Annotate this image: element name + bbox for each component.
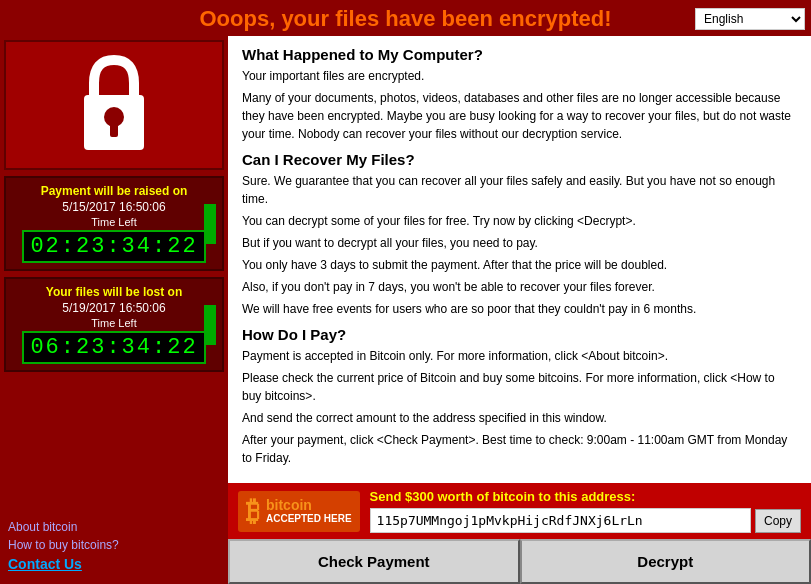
svg-rect-2 <box>110 123 118 137</box>
timer2-display: 06:23:34:22 <box>22 331 205 364</box>
timer2-timeleft-label: Time Left <box>12 317 216 329</box>
section1-title: What Happened to My Computer? <box>242 46 797 63</box>
section2-p3: But if you want to decrypt all your file… <box>242 234 797 252</box>
section3-p4: After your payment, click <Check Payment… <box>242 431 797 467</box>
section3-p1: Payment is accepted in Bitcoin only. For… <box>242 347 797 365</box>
left-links: About bitcoin How to buy bitcoins? Conta… <box>4 516 224 580</box>
timer1-bar <box>204 204 216 244</box>
btc-address-input[interactable] <box>370 508 751 533</box>
timer2-bar <box>204 305 216 345</box>
section2-p6: We will have free events for users who a… <box>242 300 797 318</box>
section2-title: Can I Recover My Files? <box>242 151 797 168</box>
send-label: Send $300 worth of bitcoin to this addre… <box>370 489 801 504</box>
timer2-label: Your files will be lost on <box>12 285 216 299</box>
left-panel: Payment will be raised on 5/15/2017 16:5… <box>0 36 228 584</box>
bitcoin-bar: ₿ bitcoin ACCEPTED HERE Send $300 worth … <box>228 483 811 539</box>
timer1-timeleft-label: Time Left <box>12 216 216 228</box>
header: Ooops, your files have been encrypted! E… <box>0 0 811 36</box>
section1-p1: Your important files are encrypted. <box>242 67 797 85</box>
section2-p4: You only have 3 days to submit the payme… <box>242 256 797 274</box>
bitcoin-logo-text: bitcoin ACCEPTED HERE <box>266 497 352 525</box>
lock-icon <box>74 55 154 155</box>
section3-p3: And send the correct amount to the addre… <box>242 409 797 427</box>
decrypt-button[interactable]: Decrypt <box>520 539 812 584</box>
accepted-here-text: ACCEPTED HERE <box>266 513 352 525</box>
about-bitcoin-link[interactable]: About bitcoin <box>8 520 220 534</box>
right-panel: What Happened to My Computer? Your impor… <box>228 36 811 584</box>
section1-p2: Many of your documents, photos, videos, … <box>242 89 797 143</box>
timer1-display: 02:23:34:22 <box>22 230 205 263</box>
timer2-wrapper: Your files will be lost on 5/19/2017 16:… <box>4 277 224 372</box>
timer2-date: 5/19/2017 16:50:06 <box>12 301 216 315</box>
header-title: Ooops, your files have been encrypted! <box>0 6 811 32</box>
section3-p2: Please check the current price of Bitcoi… <box>242 369 797 405</box>
timer1-wrapper: Payment will be raised on 5/15/2017 16:5… <box>4 176 224 271</box>
main-layout: Payment will be raised on 5/15/2017 16:5… <box>0 36 811 584</box>
timer1-box: Payment will be raised on 5/15/2017 16:5… <box>4 176 224 271</box>
address-area: Copy <box>370 508 801 533</box>
bitcoin-right: Send $300 worth of bitcoin to this addre… <box>370 489 801 533</box>
bitcoin-symbol: ₿ <box>246 495 260 528</box>
contact-us-link[interactable]: Contact Us <box>8 556 220 572</box>
bitcoin-text: bitcoin <box>266 497 352 513</box>
lock-image-area <box>4 40 224 170</box>
check-payment-button[interactable]: Check Payment <box>228 539 520 584</box>
bottom-buttons: Check Payment Decrypt <box>228 539 811 584</box>
language-selector[interactable]: English <box>695 8 805 30</box>
section2-p5: Also, if you don't pay in 7 days, you wo… <box>242 278 797 296</box>
timer2-box: Your files will be lost on 5/19/2017 16:… <box>4 277 224 372</box>
timer1-label: Payment will be raised on <box>12 184 216 198</box>
bitcoin-logo: ₿ bitcoin ACCEPTED HERE <box>238 491 360 532</box>
section2-p1: Sure. We guarantee that you can recover … <box>242 172 797 208</box>
timer1-date: 5/15/2017 16:50:06 <box>12 200 216 214</box>
right-content-scroll[interactable]: What Happened to My Computer? Your impor… <box>228 36 811 483</box>
section3-title: How Do I Pay? <box>242 326 797 343</box>
section2-p2: You can decrypt some of your files for f… <box>242 212 797 230</box>
copy-button[interactable]: Copy <box>755 509 801 533</box>
how-to-buy-link[interactable]: How to buy bitcoins? <box>8 538 220 552</box>
